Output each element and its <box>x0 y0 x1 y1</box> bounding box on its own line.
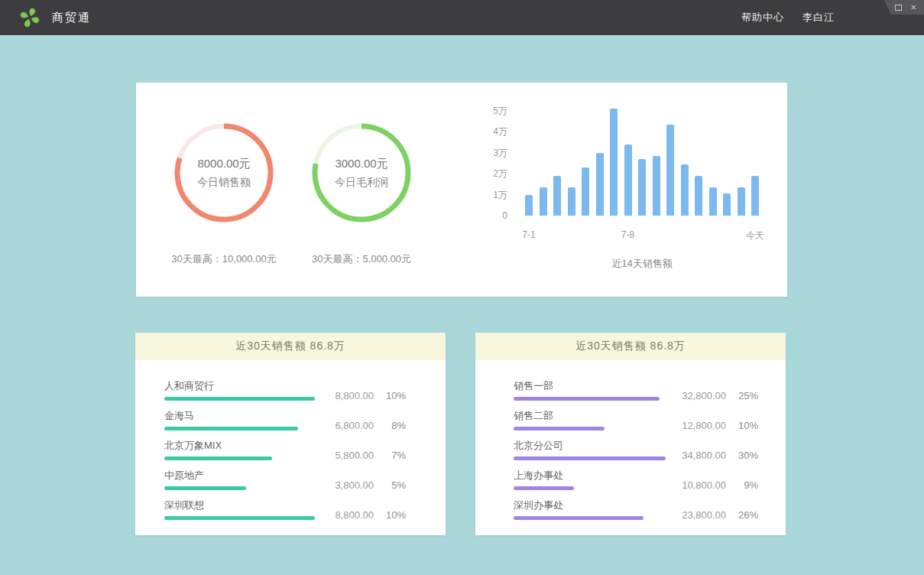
progress-bar <box>164 486 246 490</box>
x-axis-label: 7-8 <box>621 229 634 240</box>
panel-title: 近30天销售额 86.8万 <box>475 333 786 360</box>
row-label: 销售二部 <box>514 410 668 422</box>
department-sales-panel: 近30天销售额 86.8万 销售一部 32,800.00 25% 销售二部 12… <box>475 333 786 535</box>
progress-bar <box>514 456 666 460</box>
progress-bar <box>164 456 272 460</box>
row-amount: 6,800.00 <box>316 420 374 431</box>
donut-chart: 8000.00元 今日销售额 <box>174 123 274 223</box>
bar <box>681 164 689 216</box>
donut-widget: 3000.00元 今日毛利润 30天最高：5,000.00元 <box>289 117 434 266</box>
bar <box>582 167 589 216</box>
y-axis-tick: 1万 <box>488 189 507 201</box>
bar <box>738 187 745 216</box>
user-menu[interactable]: 李白江 <box>802 11 835 24</box>
bar <box>525 195 533 216</box>
maximize-button[interactable] <box>894 3 903 12</box>
progress-bar <box>514 427 605 430</box>
row-label: 金海马 <box>164 410 316 422</box>
row-main: 金海马 <box>164 410 316 430</box>
bar <box>666 125 674 216</box>
row-amount: 32,800.00 <box>668 390 726 401</box>
bar <box>553 176 561 216</box>
bar <box>653 156 660 216</box>
row-label: 深圳办事处 <box>514 499 668 512</box>
sales-bar-chart: 5万4万3万2万1万0 7-17-8今天 近14天销售额 <box>488 98 770 281</box>
list-item: 人和商贸行 8,800.00 10% <box>164 380 406 401</box>
bar <box>596 153 604 216</box>
row-figures: 8,800.00 10% <box>316 390 406 401</box>
bar <box>638 159 646 216</box>
window-controls: ✕ <box>875 0 924 15</box>
row-figures: 8,800.00 10% <box>316 509 406 521</box>
row-figures: 34,800.00 30% <box>668 450 758 461</box>
row-figures: 23,800.00 26% <box>668 509 758 521</box>
progress-bar <box>164 516 315 520</box>
row-percent: 25% <box>726 390 758 401</box>
y-axis-tick: 2万 <box>488 167 507 180</box>
row-percent: 8% <box>374 420 406 431</box>
titlebar: 商贸通 帮助中心 李白江 ✕ <box>0 0 924 35</box>
list-item: 上海办事处 10,800.00 9% <box>514 469 758 490</box>
list-item: 深圳办事处 23,800.00 26% <box>514 499 758 520</box>
x-axis-label: 7-1 <box>522 229 535 240</box>
row-main: 销售一部 <box>514 380 668 401</box>
row-percent: 7% <box>374 450 406 461</box>
donut-chart: 3000.00元 今日毛利润 <box>312 123 411 223</box>
row-figures: 12,800.00 10% <box>668 420 758 431</box>
donut-footer: 30天最高：5,000.00元 <box>289 252 434 266</box>
y-axis-tick: 5万 <box>488 105 507 117</box>
donut-value: 8000.00元 <box>197 154 250 173</box>
progress-bar <box>514 486 574 490</box>
panel-title: 近30天销售额 86.8万 <box>135 333 446 360</box>
app-title: 商贸通 <box>52 11 91 25</box>
y-axis-tick: 3万 <box>488 147 507 159</box>
row-main: 上海办事处 <box>514 469 668 490</box>
minimize-button[interactable] <box>879 3 887 12</box>
row-main: 北京万象MIX <box>164 440 316 460</box>
bar <box>540 187 547 216</box>
row-figures: 3,800.00 5% <box>316 479 406 491</box>
bar <box>610 109 618 216</box>
bar <box>568 187 575 216</box>
row-figures: 6,800.00 8% <box>316 420 406 431</box>
row-percent: 30% <box>726 450 758 461</box>
panel-list: 人和商贸行 8,800.00 10% 金海马 6,800.00 8% 北京万象M… <box>135 360 446 520</box>
donut-widget: 8000.00元 今日销售额 30天最高：10,000.00元 <box>151 117 297 266</box>
customer-sales-panel: 近30天销售额 86.8万 人和商贸行 8,800.00 10% 金海马 6,8… <box>135 333 446 535</box>
donut-center-text: 3000.00元 今日毛利润 <box>312 123 411 223</box>
y-axis-tick: 4万 <box>488 125 507 138</box>
row-amount: 23,800.00 <box>668 509 726 521</box>
row-percent: 10% <box>374 390 406 401</box>
row-main: 深圳办事处 <box>514 499 668 520</box>
row-main: 深圳联想 <box>164 499 316 520</box>
panel-list: 销售一部 32,800.00 25% 销售二部 12,800.00 10% 北京… <box>475 360 786 520</box>
progress-bar <box>164 397 315 401</box>
row-percent: 9% <box>726 479 758 491</box>
chart-title: 近14天销售额 <box>525 257 759 271</box>
list-item: 销售二部 12,800.00 10% <box>514 410 758 430</box>
row-label: 北京万象MIX <box>164 440 316 452</box>
bar <box>751 176 759 216</box>
list-item: 销售一部 32,800.00 25% <box>514 380 758 401</box>
row-amount: 10,800.00 <box>668 479 726 491</box>
row-amount: 3,800.00 <box>316 479 374 491</box>
list-item: 中原地产 3,800.00 5% <box>164 469 406 490</box>
list-item: 北京分公司 34,800.00 30% <box>514 440 758 460</box>
row-amount: 8,800.00 <box>316 390 374 401</box>
bar <box>624 145 632 216</box>
row-label: 人和商贸行 <box>164 380 316 392</box>
row-figures: 32,800.00 25% <box>668 390 758 401</box>
app-logo-pinwheel-icon <box>18 6 41 29</box>
row-label: 中原地产 <box>164 469 316 482</box>
donut-label: 今日毛利润 <box>335 173 388 192</box>
row-percent: 5% <box>374 479 406 491</box>
row-percent: 10% <box>374 509 406 521</box>
row-amount: 5,800.00 <box>316 450 374 461</box>
help-center-link[interactable]: 帮助中心 <box>741 11 784 24</box>
progress-bar <box>514 397 660 401</box>
close-button[interactable]: ✕ <box>909 3 918 12</box>
bar <box>695 176 702 216</box>
close-icon: ✕ <box>910 4 916 11</box>
row-main: 中原地产 <box>164 469 316 490</box>
progress-bar <box>514 516 644 520</box>
